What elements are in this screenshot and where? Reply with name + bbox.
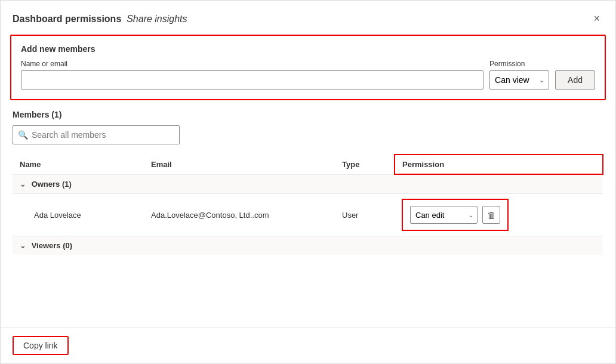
name-email-input[interactable]: [21, 70, 483, 90]
delete-member-button[interactable]: 🗑: [482, 206, 500, 224]
members-section: Members (1) 🔍 Name Email Type Permission…: [1, 110, 615, 327]
col-email-header: Email: [144, 155, 335, 174]
dialog: Dashboard permissions Share insights × A…: [0, 0, 616, 364]
member-permission-cell: Can view Can edit Can manage ⌄ 🗑: [395, 194, 603, 236]
group-row-viewers: ⌄ Viewers (0): [13, 236, 603, 255]
permission-cell-wrapper: Can view Can edit Can manage ⌄ 🗑: [402, 199, 509, 231]
table-row: Ada Lovelace Ada.Lovelace@Contoso, Ltd..…: [13, 194, 603, 236]
chevron-down-icon[interactable]: ⌄: [20, 180, 26, 189]
copy-link-button[interactable]: Copy link: [13, 336, 69, 355]
permission-select-wrapper: Can view Can edit ⌄: [489, 70, 549, 90]
col-type-header: Type: [335, 155, 395, 174]
add-members-row: Name or email Permission Can view Can ed…: [21, 60, 595, 90]
group-label-text: Owners (1): [32, 180, 72, 189]
dialog-footer: Copy link: [1, 327, 615, 363]
table-body: ⌄ Owners (1) Ada Lovelace Ada.Lovelace@C…: [13, 174, 603, 255]
col-name-header: Name: [13, 155, 144, 174]
col-permission-header: Permission: [395, 155, 603, 174]
group-label-text: Viewers (0): [32, 241, 72, 250]
dialog-header: Dashboard permissions Share insights ×: [1, 1, 615, 35]
group-row-owners: ⌄ Owners (1): [13, 174, 603, 194]
name-email-label: Name or email: [21, 60, 483, 68]
member-email: Ada.Lovelace@Contoso, Ltd..com: [144, 194, 335, 236]
permission-field-group: Permission Can view Can edit ⌄: [489, 60, 549, 90]
members-table: Name Email Type Permission ⌄ Owners (1): [13, 154, 603, 255]
chevron-down-icon[interactable]: ⌄: [20, 242, 26, 250]
search-input[interactable]: [32, 130, 174, 140]
permission-select[interactable]: Can view Can edit: [489, 70, 549, 90]
members-title: Members (1): [13, 110, 603, 119]
permission-label: Permission: [489, 60, 549, 68]
add-members-title: Add new members: [21, 44, 595, 54]
member-type: User: [335, 194, 395, 236]
close-button[interactable]: ×: [590, 10, 603, 27]
dialog-title-italic: Share insights: [127, 14, 187, 24]
table-header-row: Name Email Type Permission: [13, 155, 603, 174]
trash-icon: 🗑: [487, 210, 496, 220]
add-members-section: Add new members Name or email Permission…: [10, 35, 606, 100]
dialog-title: Dashboard permissions Share insights: [13, 14, 187, 24]
search-icon: 🔍: [18, 130, 28, 140]
search-box: 🔍: [13, 125, 180, 144]
add-button[interactable]: Add: [555, 70, 595, 90]
permission-dropdown[interactable]: Can view Can edit Can manage: [410, 206, 478, 224]
perm-select-wrapper: Can view Can edit Can manage ⌄: [410, 206, 478, 224]
member-name: Ada Lovelace: [13, 194, 144, 236]
group-label-owners: ⌄ Owners (1): [13, 174, 603, 194]
dialog-title-static: Dashboard permissions: [13, 14, 121, 24]
group-label-viewers: ⌄ Viewers (0): [13, 236, 603, 255]
table-head: Name Email Type Permission: [13, 155, 603, 174]
name-email-field-group: Name or email: [21, 60, 483, 90]
